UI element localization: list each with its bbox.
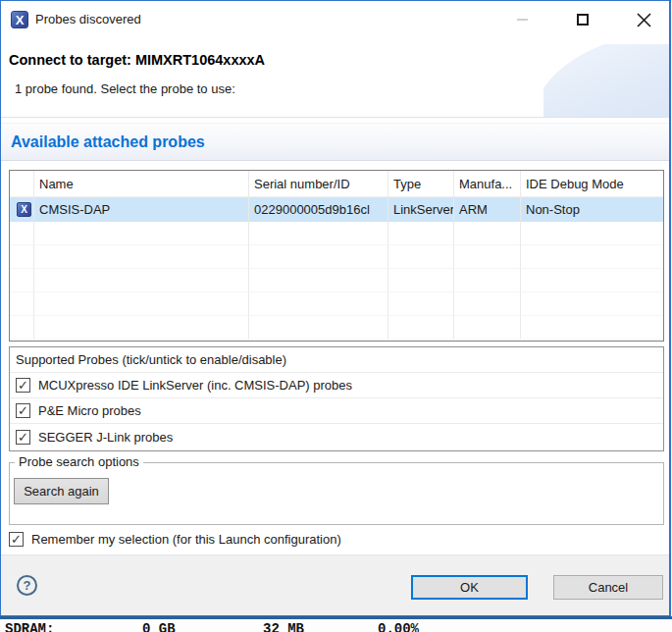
empty-cell (249, 316, 388, 340)
empty-table-row (10, 269, 663, 292)
screen: X Probes discovered Connect to target: M… (0, 0, 672, 632)
segger-label: SEGGER J-Link probes (38, 430, 173, 445)
sdram-size: 0 GB (142, 621, 176, 632)
empty-cell (249, 245, 388, 269)
empty-cell (10, 222, 34, 245)
empty-cell (388, 292, 454, 316)
close-icon (637, 13, 651, 27)
remember-selection-option[interactable]: ✓ Remember my selection (for this Launch… (9, 532, 341, 547)
probe-manufacturer: ARM (454, 197, 521, 222)
maximize-icon (577, 14, 589, 26)
probe-serial: 0229000005d9b16cl (249, 197, 388, 222)
sdram-label: SDRAM: (5, 621, 54, 632)
empty-table-row (10, 292, 663, 316)
empty-table-row (10, 316, 663, 340)
linkserver-label: MCUXpresso IDE LinkServer (inc. CMSIS-DA… (38, 378, 352, 393)
help-icon[interactable]: ? (17, 575, 37, 596)
empty-cell (521, 269, 663, 292)
empty-cell (34, 245, 249, 269)
empty-cell (249, 292, 388, 316)
minimize-button (499, 1, 544, 38)
pemicro-checkbox[interactable]: ✓ (16, 403, 30, 418)
col-serial[interactable]: Serial number/ID (249, 171, 388, 197)
empty-cell (34, 292, 249, 316)
empty-table-row (10, 222, 663, 245)
supported-probes-label: Supported Probes (tick/untick to enable/… (10, 347, 663, 373)
probe-name: CMSIS-DAP (34, 197, 249, 222)
empty-cell (34, 316, 249, 340)
col-type[interactable]: Type (388, 171, 454, 197)
section-title: Available attached probes (1, 133, 205, 151)
col-manufacturer[interactable]: Manufa... (454, 171, 521, 197)
probe-icon-cell: X (10, 197, 34, 222)
remember-label: Remember my selection (for this Launch c… (31, 532, 341, 547)
table-row-cmsis-dap[interactable]: X CMSIS-DAP 0229000005d9b16cl LinkServer… (10, 197, 663, 222)
col-name[interactable]: Name (34, 171, 249, 197)
probes-table[interactable]: Name Serial number/ID Type Manufa... IDE… (9, 170, 664, 342)
empty-cell (10, 269, 34, 292)
header-decoration (543, 44, 669, 117)
probes-discovered-dialog: X Probes discovered Connect to target: M… (0, 0, 671, 616)
table-header-row: Name Serial number/ID Type Manufa... IDE… (10, 171, 663, 197)
empty-cell (34, 269, 249, 292)
empty-cell (521, 222, 663, 245)
header-divider (1, 117, 669, 118)
search-again-button[interactable]: Search again (14, 478, 109, 504)
empty-cell (454, 245, 521, 269)
pemicro-probes-option[interactable]: ✓ P&E Micro probes (10, 398, 663, 424)
empty-cell (249, 222, 388, 245)
empty-cell (521, 316, 663, 340)
dialog-heading: Connect to target: MIMXRT1064xxxxA (9, 52, 265, 68)
dialog-subheading: 1 probe found. Select the probe to use: (15, 81, 235, 96)
empty-cell (521, 292, 663, 316)
empty-cell (10, 292, 34, 316)
empty-cell (34, 222, 249, 245)
empty-cell (454, 269, 521, 292)
empty-cell (388, 245, 454, 269)
col-icon[interactable] (10, 171, 34, 197)
pemicro-label: P&E Micro probes (38, 403, 141, 418)
window-title: Probes discovered (35, 12, 141, 26)
sdram-percent: 0.00% (378, 621, 419, 632)
segger-checkbox[interactable]: ✓ (16, 430, 30, 445)
background-memory-statusbar: SDRAM: 0 GB 32 MB 0.00% (0, 619, 672, 632)
close-button[interactable] (621, 1, 666, 38)
title-bar[interactable]: X Probes discovered (1, 1, 669, 38)
maximize-button[interactable] (560, 1, 605, 38)
minimize-icon (517, 19, 528, 21)
linkserver-checkbox[interactable]: ✓ (16, 378, 30, 393)
empty-cell (454, 316, 521, 340)
empty-cell (521, 245, 663, 269)
empty-cell (10, 245, 34, 269)
empty-cell (454, 222, 521, 245)
available-probes-section-bar: Available attached probes (1, 123, 669, 161)
empty-cell (10, 316, 34, 340)
empty-table-row (10, 245, 663, 269)
probe-search-options-group: Probe search options Search again (9, 462, 664, 525)
remember-checkbox[interactable]: ✓ (9, 532, 24, 547)
empty-cell (454, 292, 521, 316)
cancel-button[interactable]: Cancel (553, 575, 663, 600)
button-bar: ? OK Cancel (1, 554, 669, 615)
empty-cell (249, 269, 388, 292)
mcuxpresso-logo-icon: X (11, 11, 28, 28)
empty-cell (388, 269, 454, 292)
empty-cell (388, 316, 454, 340)
linkserver-probes-option[interactable]: ✓ MCUXpresso IDE LinkServer (inc. CMSIS-… (10, 373, 663, 398)
probe-debug-mode: Non-Stop (521, 197, 663, 222)
supported-probes-group: Supported Probes (tick/untick to enable/… (9, 346, 664, 451)
col-ide-debug-mode[interactable]: IDE Debug Mode (521, 171, 663, 197)
sdram-used: 32 MB (263, 621, 304, 632)
empty-cell (388, 222, 454, 245)
segger-probes-option[interactable]: ✓ SEGGER J-Link probes (10, 424, 663, 449)
ok-button[interactable]: OK (411, 575, 528, 600)
probe-type: LinkServer (388, 197, 454, 222)
probe-search-options-legend: Probe search options (15, 454, 143, 469)
probe-x-icon: X (17, 202, 31, 217)
